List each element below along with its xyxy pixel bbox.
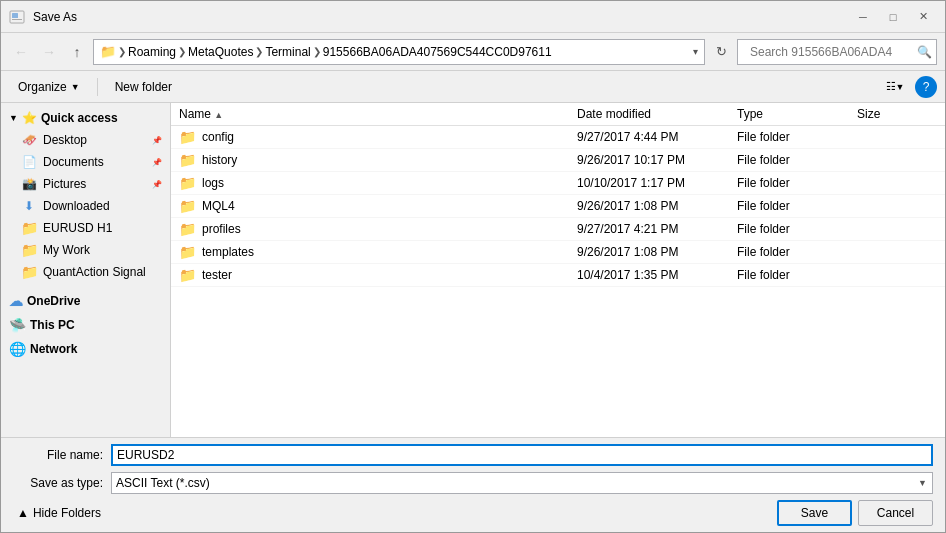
save-as-type-label: Save as type:: [13, 476, 103, 490]
close-button[interactable]: ✕: [909, 6, 937, 28]
network-icon: 🌐: [9, 341, 26, 357]
network-label: Network: [30, 342, 77, 356]
mywork-icon: 📁: [21, 242, 37, 258]
cancel-button[interactable]: Cancel: [858, 500, 933, 526]
pictures-icon: 📸: [21, 176, 37, 192]
col-header-name[interactable]: Name ▲: [179, 107, 577, 121]
breadcrumb-terminal[interactable]: Terminal: [265, 45, 310, 59]
file-name-row: File name:: [13, 444, 933, 466]
file-name-cell: profiles: [202, 222, 241, 236]
svg-rect-1: [12, 13, 18, 18]
sort-arrow-name: ▲: [214, 110, 223, 120]
file-name-label: File name:: [13, 448, 103, 462]
file-row-type: File folder: [737, 130, 857, 144]
breadcrumb-sep-1: ❯: [118, 46, 126, 57]
table-row[interactable]: 📁 logs 10/10/2017 1:17 PM File folder: [171, 172, 945, 195]
table-row[interactable]: 📁 history 9/26/2017 10:17 PM File folder: [171, 149, 945, 172]
quick-access-icon: ⭐: [22, 111, 37, 125]
help-button[interactable]: ?: [915, 76, 937, 98]
breadcrumb-sep-3: ❯: [255, 46, 263, 57]
table-row[interactable]: 📁 MQL4 9/26/2017 1:08 PM File folder: [171, 195, 945, 218]
sidebar-item-documents-label: Documents: [43, 155, 104, 169]
desktop-icon: 🛷: [21, 132, 37, 148]
file-name-cell: tester: [202, 268, 232, 282]
minimize-button[interactable]: ─: [849, 6, 877, 28]
file-row-name: 📁 templates: [179, 244, 577, 260]
sidebar-item-downloaded-label: Downloaded: [43, 199, 110, 213]
pin-icon-desktop: 📌: [152, 136, 162, 145]
sidebar-item-mywork[interactable]: 📁 My Work: [1, 239, 170, 261]
sidebar-item-documents[interactable]: 📄 Documents 📌: [1, 151, 170, 173]
file-row-name: 📁 history: [179, 152, 577, 168]
sidebar: ▼ ⭐ Quick access 🛷 Desktop 📌 📄 Documents…: [1, 103, 171, 437]
file-row-date: 9/27/2017 4:44 PM: [577, 130, 737, 144]
folder-icon: 📁: [179, 267, 196, 283]
search-icon: 🔍: [917, 45, 932, 59]
save-as-type-select[interactable]: ASCII Text (*.csv)CSV (Comma delimited) …: [111, 472, 933, 494]
col-header-date[interactable]: Date modified: [577, 107, 737, 121]
hide-folders-label: Hide Folders: [33, 506, 101, 520]
file-row-date: 9/26/2017 1:08 PM: [577, 199, 737, 213]
file-name-cell: MQL4: [202, 199, 235, 213]
sidebar-section-quick-access[interactable]: ▼ ⭐ Quick access: [1, 107, 170, 129]
col-size-label: Size: [857, 107, 880, 121]
file-name-cell: config: [202, 130, 234, 144]
refresh-button[interactable]: ↻: [709, 39, 733, 65]
onedrive-icon: ☁: [9, 293, 23, 309]
search-input[interactable]: [744, 45, 912, 59]
address-bar: ← → ↑ 📁 ❯ Roaming ❯ MetaQuotes ❯ Termina…: [1, 33, 945, 71]
dialog-title: Save As: [33, 10, 77, 24]
breadcrumb-dropdown-arrow[interactable]: ▾: [693, 46, 698, 57]
breadcrumb-sep-4: ❯: [313, 46, 321, 57]
table-row[interactable]: 📁 templates 9/26/2017 1:08 PM File folde…: [171, 241, 945, 264]
sidebar-item-desktop-label: Desktop: [43, 133, 87, 147]
file-list: Name ▲ Date modified Type Size 📁 config: [171, 103, 945, 437]
sidebar-section-onedrive[interactable]: ☁ OneDrive: [1, 289, 170, 313]
quantaction-icon: 📁: [21, 264, 37, 280]
breadcrumb-roaming[interactable]: Roaming: [128, 45, 176, 59]
breadcrumb-sep-2: ❯: [178, 46, 186, 57]
up-button[interactable]: ↑: [65, 40, 89, 64]
file-name-cell: templates: [202, 245, 254, 259]
hide-folders-button[interactable]: ▲ Hide Folders: [13, 504, 105, 522]
sidebar-section-thispc[interactable]: 🛸 This PC: [1, 313, 170, 337]
save-button[interactable]: Save: [777, 500, 852, 526]
file-rows-container: 📁 config 9/27/2017 4:44 PM File folder 📁…: [171, 126, 945, 287]
dialog-icon: [9, 9, 25, 25]
breadcrumb-bar: 📁 ❯ Roaming ❯ MetaQuotes ❯ Terminal ❯ 91…: [93, 39, 705, 65]
sidebar-item-pictures[interactable]: 📸 Pictures 📌: [1, 173, 170, 195]
sidebar-section-network[interactable]: 🌐 Network: [1, 337, 170, 361]
forward-button[interactable]: →: [37, 40, 61, 64]
save-as-type-wrapper: ASCII Text (*.csv)CSV (Comma delimited) …: [111, 472, 933, 494]
title-bar: Save As ─ □ ✕: [1, 1, 945, 33]
new-folder-button[interactable]: New folder: [106, 75, 181, 99]
file-name-input[interactable]: [111, 444, 933, 466]
sidebar-item-eurusd[interactable]: 📁 EURUSD H1: [1, 217, 170, 239]
view-icon: ☷: [886, 80, 896, 93]
maximize-button[interactable]: □: [879, 6, 907, 28]
table-row[interactable]: 📁 tester 10/4/2017 1:35 PM File folder: [171, 264, 945, 287]
breadcrumb-metaquotes[interactable]: MetaQuotes: [188, 45, 253, 59]
breadcrumb-id[interactable]: 915566BA06ADA407569C544CC0D97611: [323, 45, 552, 59]
col-header-size[interactable]: Size: [857, 107, 937, 121]
table-row[interactable]: 📁 config 9/27/2017 4:44 PM File folder: [171, 126, 945, 149]
file-row-type: File folder: [737, 176, 857, 190]
col-header-type[interactable]: Type: [737, 107, 857, 121]
file-row-name: 📁 config: [179, 129, 577, 145]
file-row-date: 9/26/2017 10:17 PM: [577, 153, 737, 167]
table-row[interactable]: 📁 profiles 9/27/2017 4:21 PM File folder: [171, 218, 945, 241]
action-row: ▲ Hide Folders Save Cancel: [13, 500, 933, 526]
sidebar-item-downloaded[interactable]: ⬇ Downloaded: [1, 195, 170, 217]
sidebar-item-quantaction[interactable]: 📁 QuantAction Signal: [1, 261, 170, 283]
folder-icon: 📁: [179, 221, 196, 237]
file-row-date: 9/26/2017 1:08 PM: [577, 245, 737, 259]
view-button[interactable]: ☷ ▼: [883, 75, 907, 99]
file-list-header: Name ▲ Date modified Type Size: [171, 103, 945, 126]
back-button[interactable]: ←: [9, 40, 33, 64]
file-row-name: 📁 logs: [179, 175, 577, 191]
organize-button[interactable]: Organize ▼: [9, 75, 89, 99]
sidebar-item-desktop[interactable]: 🛷 Desktop 📌: [1, 129, 170, 151]
save-type-row: Save as type: ASCII Text (*.csv)CSV (Com…: [13, 472, 933, 494]
folder-icon: 📁: [179, 198, 196, 214]
folder-icon: 📁: [179, 152, 196, 168]
